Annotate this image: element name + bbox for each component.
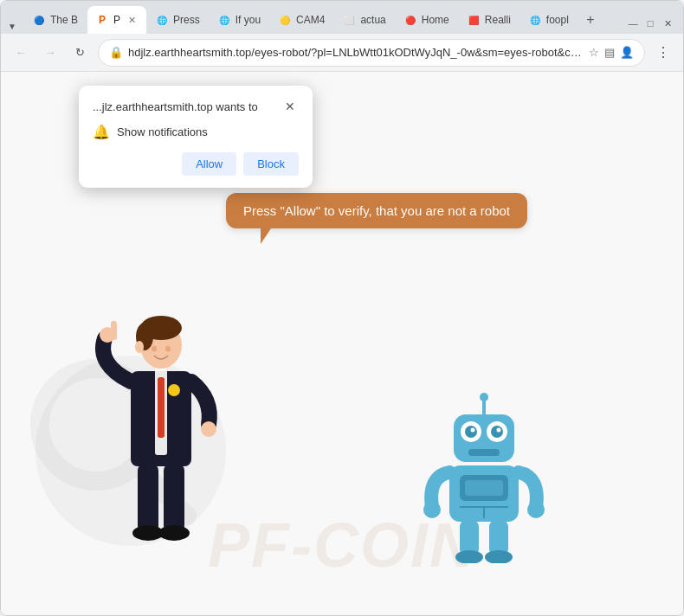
svg-point-13 <box>201 421 216 437</box>
svg-point-17 <box>158 525 190 541</box>
tab-list-btn[interactable]: ▼ <box>4 18 20 34</box>
popup-header: ...jlz.earthheartsmith.top wants to ✕ <box>93 98 299 115</box>
svg-point-5 <box>152 346 157 352</box>
forward-btn[interactable]: → <box>39 42 61 64</box>
tab-7-favicon: 🔴 <box>404 14 416 26</box>
tab-3[interactable]: 🌐 Press <box>147 6 209 34</box>
popup-notification-row: 🔔 Show notifications <box>93 124 299 140</box>
tab-5-label: CAM4 <box>296 14 325 26</box>
tab-4[interactable]: 🌐 If you <box>210 6 269 34</box>
tab-6-favicon: ⬜ <box>343 14 355 26</box>
tab-2-close-btn[interactable]: ✕ <box>126 14 138 26</box>
svg-point-20 <box>480 393 488 401</box>
allow-btn[interactable]: Allow <box>182 152 236 176</box>
tab-3-favicon: 🌐 <box>156 14 168 26</box>
tab-7-label: Home <box>422 14 449 26</box>
tabs-container: 🔵 The B P P ✕ 🌐 Press 🌐 If you 🟡 CAM4 <box>24 6 625 34</box>
svg-point-7 <box>135 341 144 353</box>
svg-point-37 <box>485 550 513 563</box>
tab-9-favicon: 🌐 <box>529 14 541 26</box>
svg-point-6 <box>165 346 171 352</box>
tab-9-label: foopl <box>546 14 569 26</box>
lock-icon: 🔒 <box>109 46 123 59</box>
tab-5-favicon: 🟡 <box>279 14 291 26</box>
tab-9[interactable]: 🌐 foopl <box>520 6 578 34</box>
svg-rect-28 <box>468 449 500 456</box>
address-bar: ← → ↻ 🔒 hdjlz.earthheartsmith.top/eyes-r… <box>1 34 683 72</box>
tab-6[interactable]: ⬜ actua <box>334 6 394 34</box>
url-text: hdjlz.earthheartsmith.top/eyes-robot/?pl… <box>128 46 584 59</box>
tab-bar-left: ▼ <box>4 18 20 34</box>
svg-rect-31 <box>465 480 503 496</box>
profile-icon[interactable]: 👤 <box>620 46 634 59</box>
tab-1-favicon: 🔵 <box>33 14 45 26</box>
svg-point-32 <box>423 501 441 518</box>
tab-8[interactable]: 🟥 Realli <box>459 6 519 34</box>
speech-bubble-text: Press "Allow" to verify, that you are no… <box>243 203 510 218</box>
back-btn[interactable]: ← <box>10 42 32 64</box>
reader-mode-icon[interactable]: ▤ <box>604 46 615 59</box>
svg-rect-15 <box>164 464 184 533</box>
tab-bar: ▼ 🔵 The B P P ✕ 🌐 Press 🌐 If you 🟡 <box>1 1 683 34</box>
tab-2-label: P <box>113 14 120 26</box>
tab-2-favicon: P <box>96 14 108 26</box>
popup-title: ...jlz.earthheartsmith.top wants to <box>93 100 258 113</box>
svg-point-24 <box>465 426 477 438</box>
svg-rect-12 <box>111 321 117 340</box>
svg-point-36 <box>455 550 483 563</box>
svg-point-26 <box>471 428 475 433</box>
refresh-btn[interactable]: ↻ <box>68 42 91 64</box>
close-window-btn[interactable]: ✕ <box>661 16 674 30</box>
webpage: PF-COIN Press "Allow" to verify, that yo… <box>1 72 683 615</box>
svg-point-25 <box>491 426 503 438</box>
popup-notification-label: Show notifications <box>117 125 208 138</box>
svg-point-18 <box>168 384 180 396</box>
tab-8-label: Realli <box>485 14 511 26</box>
url-bar[interactable]: 🔒 hdjlz.earthheartsmith.top/eyes-robot/?… <box>98 39 645 67</box>
man-figure <box>79 312 243 563</box>
block-btn[interactable]: Block <box>243 152 299 176</box>
permission-popup: ...jlz.earthheartsmith.top wants to ✕ 🔔 … <box>79 86 313 188</box>
popup-buttons: Allow Block <box>93 152 299 176</box>
tab-3-label: Press <box>173 14 200 26</box>
svg-point-33 <box>527 501 545 518</box>
tab-1-label: The B <box>50 14 78 26</box>
tab-5[interactable]: 🟡 CAM4 <box>270 6 333 34</box>
svg-point-27 <box>497 428 501 433</box>
speech-bubble: Press "Allow" to verify, that you are no… <box>226 193 527 228</box>
tab-8-favicon: 🟥 <box>468 14 480 26</box>
browser-window: ▼ 🔵 The B P P ✕ 🌐 Press 🌐 If you 🟡 <box>0 0 684 616</box>
svg-rect-14 <box>138 464 158 533</box>
svg-rect-10 <box>158 377 165 438</box>
bell-icon: 🔔 <box>93 124 110 140</box>
maximize-btn[interactable]: □ <box>643 16 657 30</box>
tab-7[interactable]: 🔴 Home <box>396 6 458 34</box>
browser-menu-btn[interactable]: ⋮ <box>652 42 674 64</box>
tab-4-favicon: 🌐 <box>218 14 230 26</box>
window-controls: — □ ✕ <box>626 16 680 30</box>
bookmark-star-icon[interactable]: ☆ <box>589 46 599 59</box>
url-icons: ☆ ▤ 👤 <box>589 46 634 59</box>
tab-2[interactable]: P P ✕ <box>87 6 146 34</box>
new-tab-btn[interactable]: + <box>578 8 603 32</box>
popup-close-btn[interactable]: ✕ <box>281 98 299 115</box>
minimize-btn[interactable]: — <box>626 16 640 30</box>
tab-1[interactable]: 🔵 The B <box>24 6 87 34</box>
robot-figure <box>423 390 545 563</box>
tab-4-label: If you <box>236 14 261 26</box>
tab-6-label: actua <box>360 14 385 26</box>
